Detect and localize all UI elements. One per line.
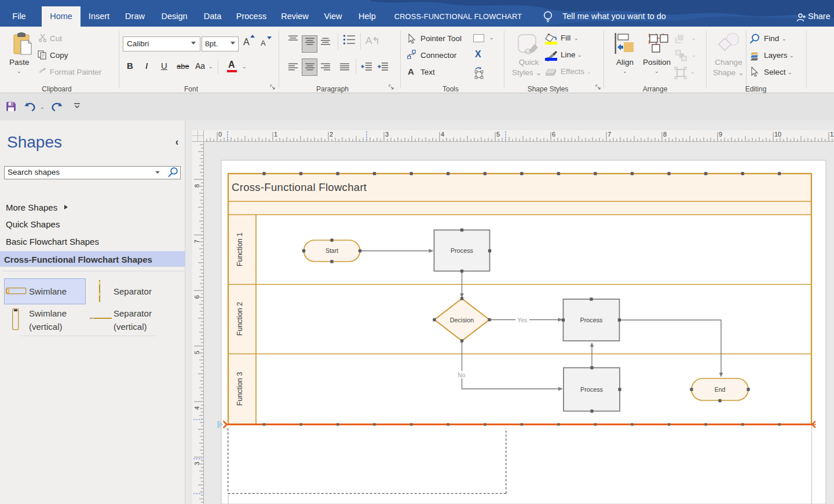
svg-text:10: 10 (774, 131, 781, 138)
svg-text:Decision: Decision (450, 317, 474, 323)
svg-text:11: 11 (830, 131, 834, 138)
svg-text:6: 6 (193, 295, 200, 299)
svg-text:5: 5 (193, 351, 200, 354)
svg-text:End: End (715, 386, 726, 393)
svg-text:Function 1: Function 1 (236, 233, 244, 266)
svg-text:9: 9 (719, 131, 722, 138)
svg-text:4: 4 (441, 131, 444, 138)
svg-text:Process: Process (580, 386, 603, 393)
svg-text:6: 6 (552, 131, 555, 138)
svg-text:5: 5 (496, 131, 500, 138)
svg-text:Process: Process (580, 317, 603, 323)
svg-text:Function 3: Function 3 (236, 372, 244, 406)
svg-text:7: 7 (608, 131, 611, 138)
svg-text:Process: Process (451, 247, 474, 254)
svg-text:2: 2 (330, 131, 333, 138)
svg-text:0: 0 (218, 131, 222, 138)
svg-text:8: 8 (193, 184, 200, 187)
svg-text:Function 2: Function 2 (236, 302, 244, 336)
svg-text:Yes: Yes (517, 317, 527, 323)
svg-text:3: 3 (385, 131, 389, 138)
svg-text:No: No (458, 371, 466, 378)
svg-text:Cross-Functional Flowchart: Cross-Functional Flowchart (232, 181, 367, 193)
svg-text:7: 7 (193, 240, 200, 243)
svg-text:1: 1 (274, 131, 277, 138)
svg-text:3: 3 (193, 462, 200, 465)
svg-text:4: 4 (193, 406, 200, 410)
svg-text:8: 8 (663, 131, 667, 138)
svg-text:Start: Start (325, 247, 338, 254)
